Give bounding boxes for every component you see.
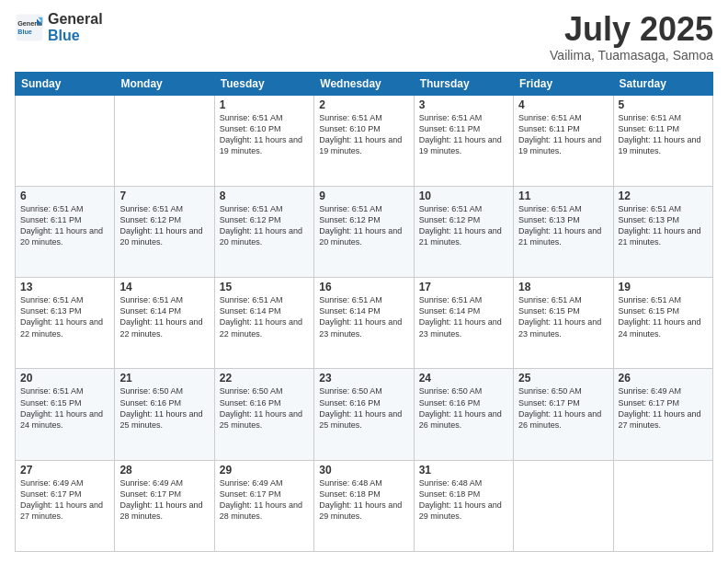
- calendar-cell: 8Sunrise: 6:51 AM Sunset: 6:12 PM Daylig…: [214, 186, 313, 277]
- calendar-cell: [115, 95, 214, 186]
- day-number: 26: [619, 372, 708, 385]
- day-info: Sunrise: 6:51 AM Sunset: 6:15 PM Dayligh…: [619, 294, 708, 339]
- calendar-cell: 14Sunrise: 6:51 AM Sunset: 6:14 PM Dayli…: [115, 278, 214, 369]
- day-info: Sunrise: 6:51 AM Sunset: 6:14 PM Dayligh…: [220, 294, 309, 339]
- day-number: 27: [20, 464, 109, 477]
- day-number: 28: [119, 464, 209, 477]
- calendar-cell: 29Sunrise: 6:49 AM Sunset: 6:17 PM Dayli…: [214, 460, 313, 551]
- day-info: Sunrise: 6:51 AM Sunset: 6:13 PM Dayligh…: [20, 294, 109, 339]
- day-info: Sunrise: 6:51 AM Sunset: 6:13 PM Dayligh…: [518, 203, 608, 248]
- day-number: 1: [220, 98, 309, 111]
- logo-line2: Blue: [48, 28, 80, 43]
- logo-icon: General Blue: [15, 13, 44, 42]
- calendar-cell: 4Sunrise: 6:51 AM Sunset: 6:11 PM Daylig…: [514, 95, 613, 186]
- day-info: Sunrise: 6:51 AM Sunset: 6:11 PM Dayligh…: [419, 112, 508, 157]
- header-saturday: Saturday: [613, 72, 712, 95]
- day-info: Sunrise: 6:51 AM Sunset: 6:11 PM Dayligh…: [20, 203, 109, 248]
- day-info: Sunrise: 6:51 AM Sunset: 6:15 PM Dayligh…: [20, 385, 109, 431]
- calendar-cell: 28Sunrise: 6:49 AM Sunset: 6:17 PM Dayli…: [115, 460, 214, 551]
- calendar-cell: 22Sunrise: 6:50 AM Sunset: 6:16 PM Dayli…: [214, 369, 313, 460]
- day-number: 6: [20, 190, 109, 202]
- day-number: 23: [319, 372, 408, 385]
- calendar-cell: 18Sunrise: 6:51 AM Sunset: 6:15 PM Dayli…: [514, 278, 613, 369]
- day-number: 19: [619, 281, 708, 293]
- calendar-cell: 12Sunrise: 6:51 AM Sunset: 6:13 PM Dayli…: [613, 186, 712, 277]
- calendar-cell: [16, 95, 115, 186]
- day-number: 29: [220, 464, 309, 477]
- day-info: Sunrise: 6:49 AM Sunset: 6:17 PM Dayligh…: [119, 477, 209, 523]
- header: General Blue General Blue July 2025 Vail…: [15, 11, 713, 63]
- calendar-cell: 19Sunrise: 6:51 AM Sunset: 6:15 PM Dayli…: [613, 278, 712, 369]
- day-info: Sunrise: 6:50 AM Sunset: 6:16 PM Dayligh…: [419, 385, 508, 431]
- day-number: 10: [419, 190, 508, 202]
- calendar-cell: 31Sunrise: 6:48 AM Sunset: 6:18 PM Dayli…: [414, 460, 513, 551]
- day-number: 3: [419, 98, 508, 111]
- calendar-cell: [613, 460, 712, 551]
- day-number: 7: [119, 190, 209, 202]
- calendar-cell: 9Sunrise: 6:51 AM Sunset: 6:12 PM Daylig…: [314, 186, 414, 277]
- calendar-subtitle: Vailima, Tuamasaga, Samoa: [550, 48, 713, 63]
- day-info: Sunrise: 6:51 AM Sunset: 6:12 PM Dayligh…: [419, 203, 508, 248]
- day-info: Sunrise: 6:49 AM Sunset: 6:17 PM Dayligh…: [619, 385, 708, 431]
- calendar-week-row-2: 6Sunrise: 6:51 AM Sunset: 6:11 PM Daylig…: [16, 186, 713, 277]
- day-number: 30: [319, 464, 408, 477]
- day-info: Sunrise: 6:51 AM Sunset: 6:15 PM Dayligh…: [518, 294, 608, 339]
- calendar-cell: 1Sunrise: 6:51 AM Sunset: 6:10 PM Daylig…: [214, 95, 313, 186]
- day-number: 9: [319, 190, 408, 202]
- day-info: Sunrise: 6:51 AM Sunset: 6:14 PM Dayligh…: [319, 294, 408, 339]
- calendar-cell: 23Sunrise: 6:50 AM Sunset: 6:16 PM Dayli…: [314, 369, 414, 460]
- header-sunday: Sunday: [16, 72, 115, 95]
- header-monday: Monday: [115, 72, 214, 95]
- title-block: July 2025 Vailima, Tuamasaga, Samoa: [550, 11, 713, 63]
- day-info: Sunrise: 6:51 AM Sunset: 6:11 PM Dayligh…: [518, 112, 608, 157]
- day-info: Sunrise: 6:49 AM Sunset: 6:17 PM Dayligh…: [20, 477, 109, 523]
- day-number: 5: [619, 98, 708, 111]
- day-info: Sunrise: 6:51 AM Sunset: 6:14 PM Dayligh…: [119, 294, 209, 339]
- calendar-cell: 2Sunrise: 6:51 AM Sunset: 6:10 PM Daylig…: [314, 95, 414, 186]
- header-wednesday: Wednesday: [314, 72, 414, 95]
- day-number: 15: [220, 281, 309, 293]
- day-number: 16: [319, 281, 408, 293]
- day-number: 12: [619, 190, 708, 202]
- day-number: 17: [419, 281, 508, 293]
- calendar-cell: 11Sunrise: 6:51 AM Sunset: 6:13 PM Dayli…: [514, 186, 613, 277]
- day-info: Sunrise: 6:48 AM Sunset: 6:18 PM Dayligh…: [319, 477, 408, 523]
- day-number: 4: [518, 98, 608, 111]
- day-number: 2: [319, 98, 408, 111]
- day-info: Sunrise: 6:51 AM Sunset: 6:10 PM Dayligh…: [220, 112, 309, 157]
- calendar-cell: 3Sunrise: 6:51 AM Sunset: 6:11 PM Daylig…: [414, 95, 513, 186]
- day-info: Sunrise: 6:48 AM Sunset: 6:18 PM Dayligh…: [419, 477, 508, 523]
- calendar-week-row-4: 20Sunrise: 6:51 AM Sunset: 6:15 PM Dayli…: [16, 369, 713, 460]
- day-info: Sunrise: 6:50 AM Sunset: 6:16 PM Dayligh…: [119, 385, 209, 431]
- page-container: General Blue General Blue July 2025 Vail…: [0, 0, 728, 563]
- calendar-cell: 25Sunrise: 6:50 AM Sunset: 6:17 PM Dayli…: [514, 369, 613, 460]
- calendar-cell: 16Sunrise: 6:51 AM Sunset: 6:14 PM Dayli…: [314, 278, 414, 369]
- calendar-week-row-1: 1Sunrise: 6:51 AM Sunset: 6:10 PM Daylig…: [16, 95, 713, 186]
- day-number: 25: [518, 372, 608, 385]
- calendar-cell: 26Sunrise: 6:49 AM Sunset: 6:17 PM Dayli…: [613, 369, 712, 460]
- header-friday: Friday: [514, 72, 613, 95]
- day-info: Sunrise: 6:51 AM Sunset: 6:10 PM Dayligh…: [319, 112, 408, 157]
- calendar-cell: 21Sunrise: 6:50 AM Sunset: 6:16 PM Dayli…: [115, 369, 214, 460]
- calendar-cell: 20Sunrise: 6:51 AM Sunset: 6:15 PM Dayli…: [16, 369, 115, 460]
- logo: General Blue General Blue: [15, 11, 103, 43]
- calendar-cell: 15Sunrise: 6:51 AM Sunset: 6:14 PM Dayli…: [214, 278, 313, 369]
- day-info: Sunrise: 6:49 AM Sunset: 6:17 PM Dayligh…: [220, 477, 309, 523]
- day-number: 14: [119, 281, 209, 293]
- day-info: Sunrise: 6:51 AM Sunset: 6:14 PM Dayligh…: [419, 294, 508, 339]
- day-number: 13: [20, 281, 109, 293]
- svg-text:Blue: Blue: [17, 28, 32, 36]
- calendar-cell: 7Sunrise: 6:51 AM Sunset: 6:12 PM Daylig…: [115, 186, 214, 277]
- day-number: 20: [20, 372, 109, 385]
- logo-text: General Blue: [48, 11, 103, 43]
- calendar-body: 1Sunrise: 6:51 AM Sunset: 6:10 PM Daylig…: [16, 95, 713, 551]
- calendar-cell: 24Sunrise: 6:50 AM Sunset: 6:16 PM Dayli…: [414, 369, 513, 460]
- day-number: 8: [220, 190, 309, 202]
- calendar-cell: 27Sunrise: 6:49 AM Sunset: 6:17 PM Dayli…: [16, 460, 115, 551]
- day-info: Sunrise: 6:50 AM Sunset: 6:16 PM Dayligh…: [319, 385, 408, 431]
- calendar-cell: 6Sunrise: 6:51 AM Sunset: 6:11 PM Daylig…: [16, 186, 115, 277]
- calendar-cell: 17Sunrise: 6:51 AM Sunset: 6:14 PM Dayli…: [414, 278, 513, 369]
- day-info: Sunrise: 6:51 AM Sunset: 6:12 PM Dayligh…: [220, 203, 309, 248]
- day-number: 21: [119, 372, 209, 385]
- header-tuesday: Tuesday: [214, 72, 313, 95]
